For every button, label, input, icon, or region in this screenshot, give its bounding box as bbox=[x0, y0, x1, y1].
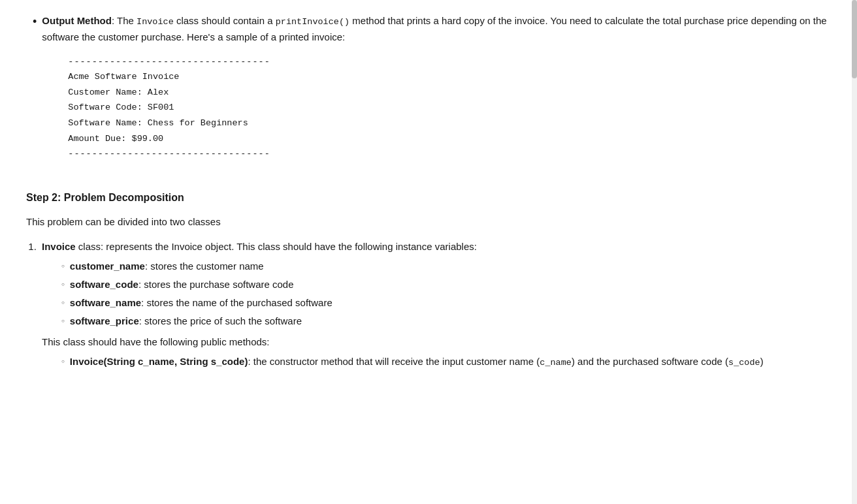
invoice-line5: Amount Due: $99.00 bbox=[68, 131, 831, 147]
var-name-4: software_price bbox=[70, 315, 139, 326]
variable-customer-name-text: customer_name: stores the customer name bbox=[70, 259, 264, 274]
invoice-line1: Acme Software Invoice bbox=[68, 69, 831, 85]
var-name-2: software_code bbox=[70, 279, 138, 290]
var-name-1: customer_name bbox=[70, 260, 145, 272]
circle-dot-2: ○ bbox=[61, 281, 65, 289]
scrollbar-track[interactable] bbox=[852, 0, 857, 504]
bullet-dot: • bbox=[33, 13, 37, 171]
invoice-class-item: Invoice class: represents the Invoice ob… bbox=[39, 239, 831, 370]
circle-dot-3: ○ bbox=[61, 299, 65, 307]
var-name-3: software_name bbox=[70, 297, 141, 308]
invoice-line2: Customer Name: Alex bbox=[68, 85, 831, 101]
circle-dot-5: ○ bbox=[61, 358, 65, 366]
var-desc-3: : stores the name of the purchased softw… bbox=[141, 297, 332, 308]
methods-intro: This class should have the following pub… bbox=[42, 334, 831, 350]
constructor-end: ) bbox=[760, 356, 764, 367]
constructor-signature: Invoice(String c_name, String s_code) bbox=[70, 356, 248, 367]
param-s-code: s_code bbox=[728, 358, 760, 368]
invoice-line4: Software Name: Chess for Beginners bbox=[68, 116, 831, 131]
invoice-class-description: Invoice class: represents the Invoice ob… bbox=[42, 241, 477, 252]
variable-software-name-text: software_name: stores the name of the pu… bbox=[70, 295, 332, 311]
output-method-text: Output Method: The Invoice class should … bbox=[42, 15, 826, 42]
variables-list: ○ customer_name: stores the customer nam… bbox=[42, 259, 831, 329]
var-desc-4: : stores the price of such the software bbox=[139, 315, 302, 326]
variable-software-price: ○ software_price: stores the price of su… bbox=[61, 313, 831, 329]
constructor-desc: : the constructor method that will recei… bbox=[248, 356, 540, 367]
step2-heading: Step 2: Problem Decomposition bbox=[26, 189, 831, 206]
ordered-list: Invoice class: represents the Invoice ob… bbox=[26, 239, 831, 370]
output-method-method-text: class should contain a bbox=[174, 15, 276, 26]
scrollbar-thumb[interactable] bbox=[852, 0, 857, 78]
variable-software-code: ○ software_code: stores the purchase sof… bbox=[61, 277, 831, 292]
invoice-code-block: ---------------------------------- Acme … bbox=[68, 54, 831, 162]
var-desc-1: : stores the customer name bbox=[145, 260, 264, 272]
methods-list: ○ Invoice(String c_name, String s_code):… bbox=[42, 354, 831, 370]
output-method-bullet: • Output Method: The Invoice class shoul… bbox=[26, 13, 831, 171]
output-method-label: Output Method bbox=[42, 15, 112, 26]
constructor-method: ○ Invoice(String c_name, String s_code):… bbox=[61, 354, 831, 370]
variable-software-name: ○ software_name: stores the name of the … bbox=[61, 295, 831, 311]
output-method-intro: : The bbox=[112, 15, 137, 26]
constructor-mid: ) and the purchased software code ( bbox=[572, 356, 728, 367]
circle-dot-1: ○ bbox=[61, 262, 65, 271]
invoice-class-code: Invoice bbox=[137, 17, 174, 27]
bullet-content: Output Method: The Invoice class should … bbox=[42, 13, 831, 171]
invoice-class-rest: class: represents the Invoice object. Th… bbox=[76, 241, 477, 252]
dashes-top: ---------------------------------- bbox=[68, 54, 831, 70]
param-c-name: c_name bbox=[540, 358, 572, 368]
invoice-line3: Software Code: SF001 bbox=[68, 100, 831, 116]
dashes-bottom: ---------------------------------- bbox=[68, 146, 831, 162]
print-invoice-code: printInvoice() bbox=[276, 17, 349, 27]
variable-software-code-text: software_code: stores the purchase softw… bbox=[70, 277, 294, 292]
variable-customer-name: ○ customer_name: stores the customer nam… bbox=[61, 259, 831, 274]
circle-dot-4: ○ bbox=[61, 317, 65, 326]
var-desc-2: : stores the purchase software code bbox=[138, 279, 294, 290]
invoice-class-content: Invoice class: represents the Invoice ob… bbox=[42, 239, 831, 370]
invoice-class-bold: Invoice bbox=[42, 241, 76, 252]
constructor-method-text: Invoice(String c_name, String s_code): t… bbox=[70, 354, 764, 370]
step2-intro: This problem can be divided into two cla… bbox=[26, 214, 831, 230]
variable-software-price-text: software_price: stores the price of such… bbox=[70, 313, 302, 329]
